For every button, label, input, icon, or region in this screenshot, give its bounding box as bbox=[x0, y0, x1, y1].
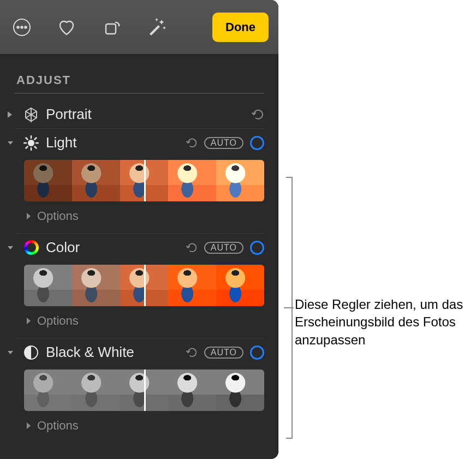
disclosure-light[interactable] bbox=[7, 139, 16, 147]
color-options[interactable]: Options bbox=[0, 309, 278, 338]
light-slider-handle[interactable] bbox=[144, 160, 146, 201]
color-label: Color bbox=[46, 239, 80, 256]
chevron-right-icon bbox=[26, 422, 32, 430]
color-slider-handle[interactable] bbox=[144, 265, 146, 306]
svg-point-5 bbox=[28, 140, 34, 146]
color-toggle[interactable] bbox=[250, 241, 264, 255]
bw-reset-icon[interactable] bbox=[186, 347, 198, 359]
row-bw: Black & White AUTO bbox=[0, 338, 278, 366]
svg-line-11 bbox=[35, 146, 37, 148]
light-icon bbox=[23, 135, 39, 151]
bw-slider-handle[interactable] bbox=[144, 369, 146, 411]
bw-label: Black & White bbox=[46, 344, 134, 361]
portrait-icon bbox=[23, 107, 39, 122]
light-toggle[interactable] bbox=[250, 136, 264, 150]
toolbar: Done bbox=[0, 0, 278, 55]
svg-line-10 bbox=[26, 138, 28, 139]
more-icon[interactable] bbox=[10, 15, 34, 39]
color-auto-button[interactable]: AUTO bbox=[204, 242, 243, 254]
color-slider[interactable] bbox=[24, 265, 264, 306]
bw-icon bbox=[23, 345, 39, 360]
bw-toggle[interactable] bbox=[250, 345, 264, 360]
svg-point-3 bbox=[25, 26, 27, 28]
row-light: Light AUTO bbox=[0, 129, 278, 157]
portrait-reset-icon[interactable] bbox=[251, 108, 264, 121]
svg-point-2 bbox=[21, 26, 23, 28]
light-auto-button[interactable]: AUTO bbox=[204, 137, 243, 149]
light-options-label: Options bbox=[37, 209, 79, 223]
color-reset-icon[interactable] bbox=[186, 242, 198, 254]
color-icon bbox=[23, 240, 39, 255]
callout-tick bbox=[284, 307, 294, 308]
rotate-icon[interactable] bbox=[99, 15, 123, 39]
portrait-label: Portrait bbox=[46, 106, 92, 123]
light-label: Light bbox=[46, 134, 76, 151]
callout-text: Diese Regler ziehen, um das Erscheinungs… bbox=[295, 296, 476, 349]
svg-rect-4 bbox=[106, 24, 116, 34]
chevron-right-icon bbox=[26, 317, 32, 325]
light-reset-icon[interactable] bbox=[186, 137, 198, 149]
svg-line-12 bbox=[26, 146, 28, 148]
svg-line-13 bbox=[35, 138, 37, 139]
color-options-label: Options bbox=[37, 314, 79, 328]
done-button[interactable]: Done bbox=[212, 13, 269, 42]
disclosure-portrait[interactable] bbox=[7, 110, 16, 119]
row-portrait: Portrait bbox=[0, 100, 278, 128]
light-options[interactable]: Options bbox=[0, 205, 278, 233]
bw-options[interactable]: Options bbox=[0, 414, 278, 443]
svg-point-1 bbox=[17, 26, 19, 28]
row-color: Color AUTO bbox=[0, 234, 278, 261]
bw-auto-button[interactable]: AUTO bbox=[204, 347, 243, 359]
favorite-icon[interactable] bbox=[55, 15, 79, 39]
adjust-panel: Done ADJUST Portrait Light AUTO bbox=[0, 0, 278, 459]
divider bbox=[14, 93, 264, 94]
chevron-right-icon bbox=[26, 212, 32, 220]
light-slider[interactable] bbox=[24, 160, 264, 201]
bw-slider[interactable] bbox=[24, 369, 264, 411]
bw-options-label: Options bbox=[37, 419, 79, 433]
disclosure-bw[interactable] bbox=[7, 349, 16, 356]
disclosure-color[interactable] bbox=[7, 244, 16, 252]
adjust-title: ADJUST bbox=[0, 55, 278, 93]
enhance-icon[interactable] bbox=[144, 15, 168, 39]
